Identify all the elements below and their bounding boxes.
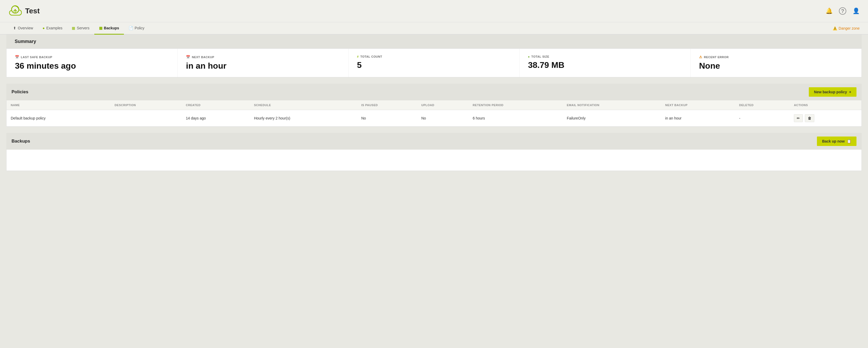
nav-item-examples[interactable]: ● Examples [38, 22, 67, 35]
last-safe-backup-label: 📅 LAST SAFE BACKUP [15, 55, 169, 59]
danger-zone[interactable]: ⚠️ Danger zone [833, 26, 860, 30]
col-description: DESCRIPTION [111, 100, 182, 110]
summary-next-backup: 📅 NEXT BACKUP in an hour [178, 49, 349, 77]
col-retention-period: RETENTION PERIOD [469, 100, 563, 110]
last-safe-backup-value: 36 minutes ago [15, 61, 169, 71]
danger-zone-label: Danger zone [839, 26, 860, 30]
total-size-icon: ● [528, 55, 530, 58]
header: Test 🔔 ? 👤 [0, 0, 868, 22]
policies-section: Policies New backup policy + NAME DESCRI… [6, 84, 862, 126]
next-backup-value: in an hour [186, 61, 340, 71]
summary-section-header: Summary [6, 35, 862, 49]
last-safe-backup-icon: 📅 [15, 55, 20, 59]
summary-total-size: ● TOTAL SIZE 38.79 MB [520, 49, 691, 77]
nav-item-servers-label: Servers [77, 26, 89, 30]
header-left: Test [8, 4, 40, 18]
nav-item-overview[interactable]: ⬆ Overview [8, 22, 38, 35]
policies-header: Policies New backup policy + [6, 84, 862, 100]
total-count-value: 5 [357, 60, 511, 70]
nav-item-examples-label: Examples [46, 26, 62, 30]
policy-actions: ✏ 🗑 [790, 110, 862, 126]
col-upload: UPLOAD [417, 100, 468, 110]
help-icon[interactable]: ? [839, 7, 846, 15]
policy-description [111, 110, 182, 126]
warning-icon: ⚠️ [833, 26, 837, 30]
backups-empty-state [6, 150, 862, 171]
col-created: CREATED [182, 100, 250, 110]
new-policy-label: New backup policy [814, 90, 847, 94]
plus-icon: + [849, 90, 851, 94]
policy-email-notification: FailureOnly [563, 110, 661, 126]
summary-recent-error: ⚠ RECENT ERROR None [691, 49, 862, 77]
backup-now-label: Back up now [822, 139, 845, 143]
policies-title: Policies [11, 89, 28, 95]
col-email-notification: EMAIL NOTIFICATION [563, 100, 661, 110]
next-backup-label: 📅 NEXT BACKUP [186, 55, 340, 59]
back-up-now-button[interactable]: Back up now 📋 [817, 137, 857, 146]
backup-now-icon: 📋 [847, 139, 851, 143]
user-icon[interactable]: 👤 [852, 8, 860, 14]
recent-error-value: None [699, 61, 853, 71]
backups-section: Backups Back up now 📋 [6, 133, 862, 171]
nav-item-policy-label: Policy [135, 26, 144, 30]
header-right: 🔔 ? 👤 [826, 7, 860, 15]
main-content: Summary 📅 LAST SAFE BACKUP 36 minutes ag… [0, 35, 868, 171]
total-count-label: # TOTAL COUNT [357, 55, 511, 58]
summary-card: 📅 LAST SAFE BACKUP 36 minutes ago 📅 NEXT… [6, 49, 862, 77]
nav-items: ⬆ Overview ● Examples ▦ Servers ▦ Backup… [8, 22, 149, 34]
edit-policy-button[interactable]: ✏ [794, 114, 803, 122]
col-schedule: SCHEDULE [250, 100, 357, 110]
recent-error-label: ⚠ RECENT ERROR [699, 55, 853, 59]
col-name: NAME [6, 100, 111, 110]
nav-item-backups[interactable]: ▦ Backups [94, 22, 124, 35]
examples-icon: ● [42, 26, 44, 30]
policy-is-paused: No [357, 110, 417, 126]
policies-table: NAME DESCRIPTION CREATED SCHEDULE IS PAU… [6, 100, 862, 126]
policy-next-backup: in an hour [661, 110, 735, 126]
backups-nav-icon: ▦ [99, 26, 102, 30]
nav-item-overview-label: Overview [18, 26, 33, 30]
nav-item-policy[interactable]: 📄 Policy [124, 22, 149, 35]
col-next-backup: NEXT BACKUP [661, 100, 735, 110]
delete-policy-button[interactable]: 🗑 [805, 114, 814, 122]
backups-header: Backups Back up now 📋 [6, 133, 862, 150]
total-size-value: 38.79 MB [528, 60, 682, 70]
app-title: Test [25, 7, 40, 15]
new-backup-policy-button[interactable]: New backup policy + [809, 87, 857, 97]
backups-title: Backups [11, 139, 30, 144]
policy-deleted: - [735, 110, 790, 126]
policies-table-container: NAME DESCRIPTION CREATED SCHEDULE IS PAU… [6, 100, 862, 126]
col-is-paused: IS PAUSED [357, 100, 417, 110]
col-deleted: DELETED [735, 100, 790, 110]
summary-total-count: # TOTAL COUNT 5 [349, 49, 520, 77]
nav-item-backups-label: Backups [104, 26, 119, 30]
total-count-icon: # [357, 55, 359, 58]
policy-icon: 📄 [129, 26, 133, 30]
table-header-row: NAME DESCRIPTION CREATED SCHEDULE IS PAU… [6, 100, 862, 110]
summary-last-safe-backup: 📅 LAST SAFE BACKUP 36 minutes ago [6, 49, 178, 77]
col-actions: ACTIONS [790, 100, 862, 110]
policy-upload: No [417, 110, 468, 126]
policy-schedule: Hourly every 2 hour(s) [250, 110, 357, 126]
overview-icon: ⬆ [13, 26, 16, 30]
policy-created: 14 days ago [182, 110, 250, 126]
total-size-label: ● TOTAL SIZE [528, 55, 682, 58]
nav-item-servers[interactable]: ▦ Servers [67, 22, 94, 35]
summary-title: Summary [15, 39, 36, 44]
recent-error-icon: ⚠ [699, 55, 703, 59]
policy-retention: 6 hours [469, 110, 563, 126]
bell-icon[interactable]: 🔔 [826, 8, 833, 14]
table-row: Default backup policy 14 days ago Hourly… [6, 110, 862, 126]
logo-icon [8, 4, 22, 18]
servers-icon: ▦ [72, 26, 75, 30]
policy-name: Default backup policy [6, 110, 111, 126]
navigation: ⬆ Overview ● Examples ▦ Servers ▦ Backup… [0, 22, 868, 35]
next-backup-icon: 📅 [186, 55, 190, 59]
